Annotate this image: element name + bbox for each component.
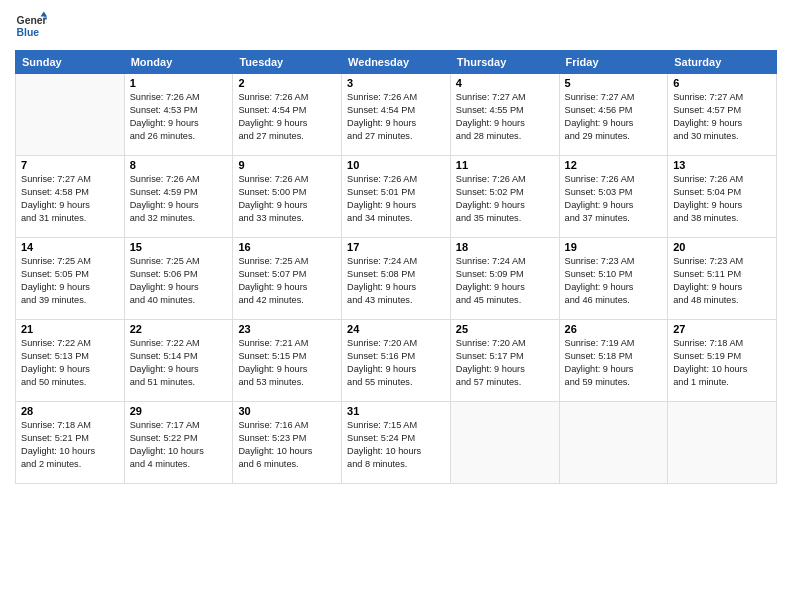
calendar-cell (559, 402, 668, 484)
calendar-cell: 4Sunrise: 7:27 AM Sunset: 4:55 PM Daylig… (450, 74, 559, 156)
day-number: 21 (21, 323, 119, 335)
calendar-cell: 17Sunrise: 7:24 AM Sunset: 5:08 PM Dayli… (342, 238, 451, 320)
calendar-cell: 16Sunrise: 7:25 AM Sunset: 5:07 PM Dayli… (233, 238, 342, 320)
day-number: 25 (456, 323, 554, 335)
weekday-header-saturday: Saturday (668, 51, 777, 74)
day-info: Sunrise: 7:20 AM Sunset: 5:17 PM Dayligh… (456, 337, 554, 389)
day-number: 2 (238, 77, 336, 89)
day-info: Sunrise: 7:26 AM Sunset: 5:04 PM Dayligh… (673, 173, 771, 225)
weekday-header-friday: Friday (559, 51, 668, 74)
day-info: Sunrise: 7:27 AM Sunset: 4:57 PM Dayligh… (673, 91, 771, 143)
day-info: Sunrise: 7:26 AM Sunset: 5:00 PM Dayligh… (238, 173, 336, 225)
day-number: 29 (130, 405, 228, 417)
week-row-2: 7Sunrise: 7:27 AM Sunset: 4:58 PM Daylig… (16, 156, 777, 238)
day-info: Sunrise: 7:26 AM Sunset: 4:53 PM Dayligh… (130, 91, 228, 143)
day-info: Sunrise: 7:15 AM Sunset: 5:24 PM Dayligh… (347, 419, 445, 471)
day-number: 22 (130, 323, 228, 335)
calendar-cell: 14Sunrise: 7:25 AM Sunset: 5:05 PM Dayli… (16, 238, 125, 320)
calendar-cell: 2Sunrise: 7:26 AM Sunset: 4:54 PM Daylig… (233, 74, 342, 156)
day-number: 17 (347, 241, 445, 253)
day-info: Sunrise: 7:18 AM Sunset: 5:21 PM Dayligh… (21, 419, 119, 471)
week-row-4: 21Sunrise: 7:22 AM Sunset: 5:13 PM Dayli… (16, 320, 777, 402)
weekday-header-sunday: Sunday (16, 51, 125, 74)
day-number: 15 (130, 241, 228, 253)
day-info: Sunrise: 7:26 AM Sunset: 5:02 PM Dayligh… (456, 173, 554, 225)
weekday-header-thursday: Thursday (450, 51, 559, 74)
weekday-header-row: SundayMondayTuesdayWednesdayThursdayFrid… (16, 51, 777, 74)
day-number: 13 (673, 159, 771, 171)
day-number: 30 (238, 405, 336, 417)
calendar-cell: 23Sunrise: 7:21 AM Sunset: 5:15 PM Dayli… (233, 320, 342, 402)
day-number: 16 (238, 241, 336, 253)
calendar-cell: 22Sunrise: 7:22 AM Sunset: 5:14 PM Dayli… (124, 320, 233, 402)
weekday-header-tuesday: Tuesday (233, 51, 342, 74)
calendar-cell: 5Sunrise: 7:27 AM Sunset: 4:56 PM Daylig… (559, 74, 668, 156)
day-info: Sunrise: 7:18 AM Sunset: 5:19 PM Dayligh… (673, 337, 771, 389)
calendar-cell: 1Sunrise: 7:26 AM Sunset: 4:53 PM Daylig… (124, 74, 233, 156)
logo: General Blue (15, 10, 47, 42)
day-info: Sunrise: 7:26 AM Sunset: 5:03 PM Dayligh… (565, 173, 663, 225)
day-info: Sunrise: 7:26 AM Sunset: 4:59 PM Dayligh… (130, 173, 228, 225)
calendar-cell: 29Sunrise: 7:17 AM Sunset: 5:22 PM Dayli… (124, 402, 233, 484)
calendar-cell (668, 402, 777, 484)
day-number: 3 (347, 77, 445, 89)
day-number: 27 (673, 323, 771, 335)
calendar-cell: 28Sunrise: 7:18 AM Sunset: 5:21 PM Dayli… (16, 402, 125, 484)
day-number: 9 (238, 159, 336, 171)
day-info: Sunrise: 7:24 AM Sunset: 5:09 PM Dayligh… (456, 255, 554, 307)
calendar-page: General Blue SundayMondayTuesdayWednesda… (0, 0, 792, 612)
day-number: 24 (347, 323, 445, 335)
day-number: 20 (673, 241, 771, 253)
day-info: Sunrise: 7:27 AM Sunset: 4:58 PM Dayligh… (21, 173, 119, 225)
day-number: 31 (347, 405, 445, 417)
day-number: 11 (456, 159, 554, 171)
calendar-cell: 12Sunrise: 7:26 AM Sunset: 5:03 PM Dayli… (559, 156, 668, 238)
calendar-cell: 6Sunrise: 7:27 AM Sunset: 4:57 PM Daylig… (668, 74, 777, 156)
calendar-cell: 10Sunrise: 7:26 AM Sunset: 5:01 PM Dayli… (342, 156, 451, 238)
day-info: Sunrise: 7:27 AM Sunset: 4:56 PM Dayligh… (565, 91, 663, 143)
calendar-cell: 13Sunrise: 7:26 AM Sunset: 5:04 PM Dayli… (668, 156, 777, 238)
day-number: 18 (456, 241, 554, 253)
week-row-1: 1Sunrise: 7:26 AM Sunset: 4:53 PM Daylig… (16, 74, 777, 156)
calendar-cell: 9Sunrise: 7:26 AM Sunset: 5:00 PM Daylig… (233, 156, 342, 238)
day-number: 1 (130, 77, 228, 89)
calendar-cell: 27Sunrise: 7:18 AM Sunset: 5:19 PM Dayli… (668, 320, 777, 402)
day-info: Sunrise: 7:25 AM Sunset: 5:05 PM Dayligh… (21, 255, 119, 307)
day-info: Sunrise: 7:23 AM Sunset: 5:11 PM Dayligh… (673, 255, 771, 307)
day-info: Sunrise: 7:27 AM Sunset: 4:55 PM Dayligh… (456, 91, 554, 143)
svg-text:Blue: Blue (17, 27, 40, 38)
calendar-cell: 11Sunrise: 7:26 AM Sunset: 5:02 PM Dayli… (450, 156, 559, 238)
day-info: Sunrise: 7:26 AM Sunset: 4:54 PM Dayligh… (347, 91, 445, 143)
day-number: 7 (21, 159, 119, 171)
day-number: 28 (21, 405, 119, 417)
day-number: 23 (238, 323, 336, 335)
day-info: Sunrise: 7:23 AM Sunset: 5:10 PM Dayligh… (565, 255, 663, 307)
svg-marker-2 (41, 12, 47, 17)
calendar-table: SundayMondayTuesdayWednesdayThursdayFrid… (15, 50, 777, 484)
calendar-cell (16, 74, 125, 156)
logo-icon: General Blue (15, 10, 47, 42)
day-info: Sunrise: 7:22 AM Sunset: 5:14 PM Dayligh… (130, 337, 228, 389)
day-info: Sunrise: 7:20 AM Sunset: 5:16 PM Dayligh… (347, 337, 445, 389)
calendar-cell: 19Sunrise: 7:23 AM Sunset: 5:10 PM Dayli… (559, 238, 668, 320)
day-info: Sunrise: 7:26 AM Sunset: 4:54 PM Dayligh… (238, 91, 336, 143)
day-info: Sunrise: 7:17 AM Sunset: 5:22 PM Dayligh… (130, 419, 228, 471)
calendar-cell: 7Sunrise: 7:27 AM Sunset: 4:58 PM Daylig… (16, 156, 125, 238)
calendar-cell: 24Sunrise: 7:20 AM Sunset: 5:16 PM Dayli… (342, 320, 451, 402)
week-row-3: 14Sunrise: 7:25 AM Sunset: 5:05 PM Dayli… (16, 238, 777, 320)
day-number: 10 (347, 159, 445, 171)
weekday-header-monday: Monday (124, 51, 233, 74)
day-info: Sunrise: 7:25 AM Sunset: 5:07 PM Dayligh… (238, 255, 336, 307)
day-info: Sunrise: 7:19 AM Sunset: 5:18 PM Dayligh… (565, 337, 663, 389)
day-info: Sunrise: 7:24 AM Sunset: 5:08 PM Dayligh… (347, 255, 445, 307)
day-number: 12 (565, 159, 663, 171)
day-info: Sunrise: 7:21 AM Sunset: 5:15 PM Dayligh… (238, 337, 336, 389)
day-info: Sunrise: 7:22 AM Sunset: 5:13 PM Dayligh… (21, 337, 119, 389)
week-row-5: 28Sunrise: 7:18 AM Sunset: 5:21 PM Dayli… (16, 402, 777, 484)
weekday-header-wednesday: Wednesday (342, 51, 451, 74)
calendar-cell: 31Sunrise: 7:15 AM Sunset: 5:24 PM Dayli… (342, 402, 451, 484)
day-number: 4 (456, 77, 554, 89)
day-number: 14 (21, 241, 119, 253)
calendar-cell: 15Sunrise: 7:25 AM Sunset: 5:06 PM Dayli… (124, 238, 233, 320)
calendar-cell: 21Sunrise: 7:22 AM Sunset: 5:13 PM Dayli… (16, 320, 125, 402)
